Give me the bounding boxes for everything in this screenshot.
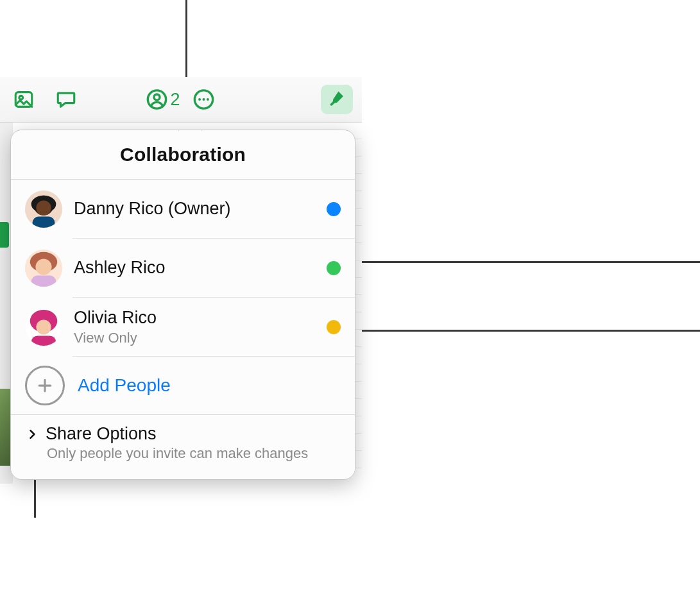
participant-row[interactable]: Danny Rico (Owner) bbox=[11, 180, 355, 239]
more-icon[interactable] bbox=[192, 87, 216, 112]
comment-icon[interactable] bbox=[54, 87, 78, 112]
callout-line-dot bbox=[332, 261, 700, 263]
svg-point-19 bbox=[36, 319, 51, 334]
toolbar: 2 bbox=[0, 77, 362, 123]
callout-line-top bbox=[185, 0, 187, 77]
participant-row[interactable]: Olivia Rico View Only bbox=[11, 298, 355, 357]
svg-rect-16 bbox=[31, 276, 56, 287]
chevron-right-icon bbox=[25, 428, 39, 441]
add-people-label: Add People bbox=[78, 375, 171, 396]
media-icon[interactable] bbox=[12, 87, 36, 112]
svg-point-7 bbox=[207, 98, 209, 101]
background-sheet-tab bbox=[0, 222, 9, 248]
plus-icon bbox=[25, 366, 65, 405]
presence-dot bbox=[327, 202, 341, 216]
presence-dot bbox=[327, 320, 341, 334]
svg-point-15 bbox=[35, 259, 51, 275]
participant-row[interactable]: Ashley Rico bbox=[11, 239, 355, 298]
svg-point-1 bbox=[19, 96, 23, 99]
participant-permission: View Only bbox=[74, 330, 319, 346]
participant-name: Ashley Rico bbox=[74, 258, 319, 278]
svg-rect-12 bbox=[33, 217, 55, 228]
avatar bbox=[25, 191, 62, 228]
share-options-subtitle: Only people you invite can make changes bbox=[47, 445, 341, 462]
participant-name: Olivia Rico bbox=[74, 308, 319, 328]
presence-dot bbox=[327, 261, 341, 275]
svg-point-5 bbox=[198, 98, 201, 101]
participant-name: Danny Rico (Owner) bbox=[74, 199, 319, 219]
share-options-title: Share Options bbox=[46, 424, 157, 444]
svg-point-11 bbox=[36, 200, 51, 215]
collaboration-popover: Collaboration Danny Rico (Owner) bbox=[10, 130, 355, 480]
avatar bbox=[25, 250, 62, 287]
popover-title: Collaboration bbox=[11, 130, 355, 180]
svg-point-3 bbox=[154, 94, 160, 100]
share-options-row[interactable]: Share Options Only people you invite can… bbox=[11, 415, 355, 473]
svg-point-6 bbox=[203, 98, 205, 101]
device-screenshot: 2 Collaboration bbox=[0, 77, 362, 484]
collaboration-button[interactable]: 2 bbox=[146, 89, 180, 110]
format-brush-button[interactable] bbox=[321, 85, 353, 114]
avatar bbox=[25, 309, 62, 346]
svg-rect-20 bbox=[31, 336, 56, 346]
collaboration-count: 2 bbox=[170, 90, 180, 110]
background-grid-lines bbox=[355, 122, 362, 484]
add-people-row[interactable]: Add People bbox=[11, 357, 355, 415]
